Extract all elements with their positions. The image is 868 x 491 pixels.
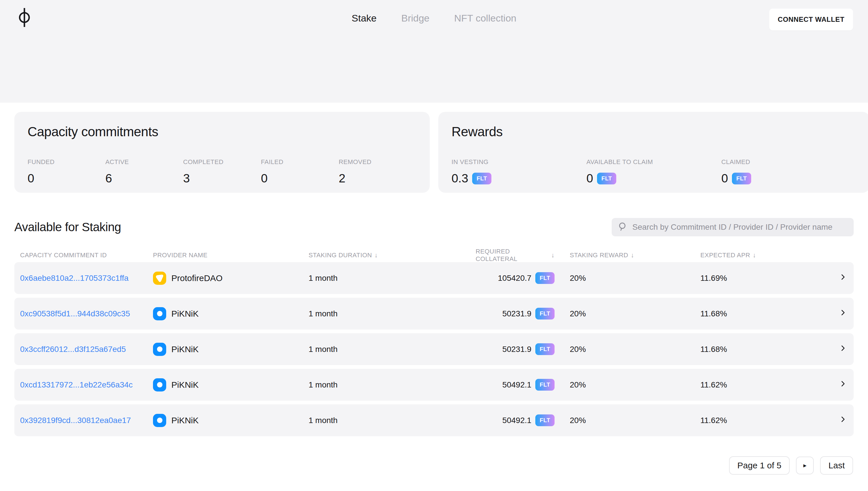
- commitment-id-link[interactable]: 0x6aebe810a2...1705373c1ffa: [20, 273, 129, 283]
- staking-table: CAPACITY COMMITMENT ID PROVIDER NAME STA…: [0, 248, 868, 436]
- table-row[interactable]: 0xc90538f5d1...944d38c09c35 PiKNiK 1 mon…: [15, 298, 853, 329]
- staking-reward-value: 20%: [554, 416, 700, 425]
- last-page-button[interactable]: Last: [820, 456, 853, 475]
- required-collateral-value: 50492.1: [502, 416, 531, 425]
- connect-wallet-button[interactable]: CONNECT WALLET: [769, 9, 853, 30]
- piknik-provider-icon: [153, 343, 166, 356]
- rewards-card: Rewards IN VESTING 0.3 FLT AVAILABLE TO …: [438, 112, 868, 193]
- next-page-button[interactable]: ▸: [796, 457, 814, 474]
- commitment-id-link[interactable]: 0x3ccff26012...d3f125a67ed5: [20, 345, 126, 354]
- expected-apr-value: 11.62%: [700, 416, 833, 425]
- header: Stake Bridge NFT collection CONNECT WALL…: [0, 0, 868, 103]
- tab-bridge[interactable]: Bridge: [401, 12, 429, 24]
- search-icon: [618, 222, 628, 233]
- table-row[interactable]: 0x6aebe810a2...1705373c1ffa ProtofireDAO…: [15, 262, 853, 294]
- provider-name: PiKNiK: [171, 344, 199, 354]
- piknik-provider-icon: [153, 378, 166, 392]
- tab-stake[interactable]: Stake: [352, 12, 377, 24]
- expected-apr-value: 11.69%: [700, 273, 833, 283]
- flt-token-badge: FLT: [535, 343, 554, 355]
- stat-in-vesting: IN VESTING 0.3 FLT: [452, 158, 587, 185]
- col-capacity-commitment-id: CAPACITY COMMITMENT ID: [20, 252, 153, 259]
- staking-duration-value: 1 month: [308, 416, 476, 425]
- pagination: Page 1 of 5 ▸ Last: [0, 456, 868, 475]
- piknik-provider-icon: [153, 307, 166, 320]
- sort-down-icon[interactable]: ↓: [551, 252, 554, 259]
- page-indicator-button[interactable]: Page 1 of 5: [729, 456, 790, 475]
- expected-apr-value: 11.62%: [700, 380, 833, 389]
- chevron-right-icon[interactable]: [839, 273, 847, 283]
- commitment-id-link[interactable]: 0xcd13317972...1eb22e56a34c: [20, 380, 133, 389]
- expected-apr-value: 11.68%: [700, 309, 833, 318]
- col-staking-reward[interactable]: STAKING REWARD ↓: [554, 252, 700, 259]
- search-input[interactable]: [632, 223, 847, 232]
- rewards-card-title: Rewards: [452, 124, 856, 139]
- chevron-right-icon[interactable]: [839, 379, 847, 390]
- flt-token-badge: FLT: [732, 173, 751, 184]
- col-provider-name: PROVIDER NAME: [153, 252, 308, 259]
- flt-token-badge: FLT: [597, 173, 616, 184]
- required-collateral-value: 50231.9: [502, 345, 531, 354]
- staking-section-head: Available for Staking: [0, 218, 868, 236]
- provider-name: PiKNiK: [171, 415, 199, 425]
- table-row[interactable]: 0x392819f9cd...30812ea0ae17 PiKNiK 1 mon…: [15, 404, 853, 436]
- protofire-provider-icon: [153, 271, 166, 285]
- staking-duration-value: 1 month: [308, 309, 476, 318]
- sort-down-icon[interactable]: ↓: [631, 252, 634, 259]
- capacity-commitments-card: Capacity commitments FUNDED 0 ACTIVE 6 C…: [15, 112, 430, 193]
- table-row[interactable]: 0x3ccff26012...d3f125a67ed5 PiKNiK 1 mon…: [15, 333, 853, 365]
- available-to-claim-value: 0: [587, 172, 593, 185]
- summary-cards: Capacity commitments FUNDED 0 ACTIVE 6 C…: [0, 103, 868, 193]
- stat-funded: FUNDED 0: [28, 158, 105, 185]
- staking-section-title: Available for Staking: [15, 220, 121, 234]
- commitment-id-link[interactable]: 0xc90538f5d1...944d38c09c35: [20, 309, 130, 318]
- sort-down-icon[interactable]: ↓: [753, 252, 756, 259]
- flt-token-badge: FLT: [472, 173, 491, 184]
- expected-apr-value: 11.68%: [700, 345, 833, 354]
- col-staking-duration[interactable]: STAKING DURATION ↓: [308, 252, 476, 259]
- commitment-id-link[interactable]: 0x392819f9cd...30812ea0ae17: [20, 416, 131, 425]
- staking-reward-value: 20%: [554, 273, 700, 283]
- claimed-value: 0: [721, 172, 728, 185]
- staking-reward-value: 20%: [554, 309, 700, 318]
- stat-removed: REMOVED 2: [339, 158, 416, 185]
- staking-reward-value: 20%: [554, 380, 700, 389]
- required-collateral-value: 50492.1: [502, 380, 531, 389]
- flt-token-badge: FLT: [535, 308, 554, 319]
- chevron-right-icon[interactable]: [839, 308, 847, 319]
- flt-token-badge: FLT: [535, 379, 554, 391]
- capacity-stats: FUNDED 0 ACTIVE 6 COMPLETED 3 FAILED 0 R…: [28, 158, 416, 185]
- staking-duration-value: 1 month: [308, 345, 476, 354]
- chevron-right-icon[interactable]: [839, 415, 847, 426]
- staking-table-header: CAPACITY COMMITMENT ID PROVIDER NAME STA…: [15, 248, 853, 262]
- main-nav: Stake Bridge NFT collection: [0, 12, 868, 24]
- capacity-card-title: Capacity commitments: [28, 124, 416, 139]
- provider-name: PiKNiK: [171, 309, 199, 319]
- flt-token-badge: FLT: [535, 272, 554, 284]
- chevron-right-icon[interactable]: [839, 344, 847, 354]
- search-box: [612, 218, 853, 236]
- staking-duration-value: 1 month: [308, 380, 476, 389]
- tab-nft-collection[interactable]: NFT collection: [454, 12, 516, 24]
- provider-name: PiKNiK: [171, 380, 199, 390]
- stat-completed: COMPLETED 3: [183, 158, 261, 185]
- col-required-collateral[interactable]: REQUIRED COLLATERAL ↓: [476, 248, 554, 263]
- staking-table-body: 0x6aebe810a2...1705373c1ffa ProtofireDAO…: [15, 262, 853, 436]
- stat-active: ACTIVE 6: [105, 158, 183, 185]
- stat-failed: FAILED 0: [261, 158, 339, 185]
- in-vesting-value: 0.3: [452, 172, 468, 185]
- required-collateral-value: 105420.7: [498, 273, 532, 283]
- staking-reward-value: 20%: [554, 345, 700, 354]
- stat-claimed: CLAIMED 0 FLT: [721, 158, 856, 185]
- provider-name: ProtofireDAO: [171, 273, 222, 283]
- piknik-provider-icon: [153, 414, 166, 427]
- rewards-stats: IN VESTING 0.3 FLT AVAILABLE TO CLAIM 0 …: [452, 158, 856, 185]
- required-collateral-value: 50231.9: [502, 309, 531, 318]
- stat-available-to-claim: AVAILABLE TO CLAIM 0 FLT: [587, 158, 721, 185]
- sort-down-icon[interactable]: ↓: [375, 252, 378, 259]
- col-expected-apr[interactable]: EXPECTED APR ↓: [700, 252, 833, 259]
- table-row[interactable]: 0xcd13317972...1eb22e56a34c PiKNiK 1 mon…: [15, 369, 853, 401]
- staking-duration-value: 1 month: [308, 273, 476, 283]
- flt-token-badge: FLT: [535, 414, 554, 426]
